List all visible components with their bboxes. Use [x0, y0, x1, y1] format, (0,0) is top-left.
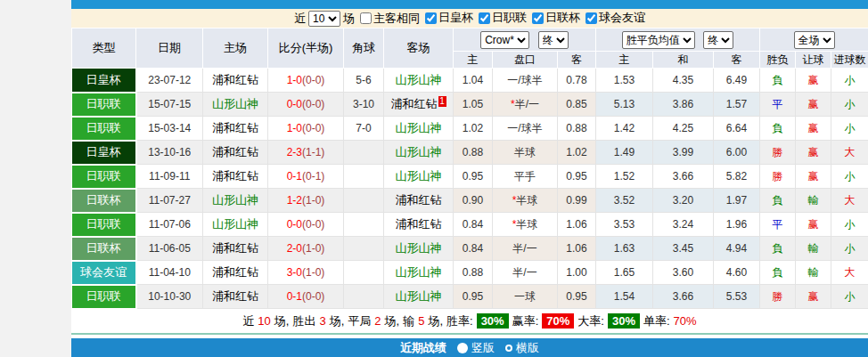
league-type-cell: 日职联 — [72, 117, 136, 141]
mean-draw-odds-cell: 3.86 — [653, 93, 714, 117]
summary-lose-label: 输 — [403, 313, 414, 329]
ah-home-odds-cell: 1.05 — [454, 93, 493, 117]
col-header-corner: 角球 — [344, 28, 384, 69]
mean-stage-select[interactable]: 终 — [703, 31, 733, 49]
league-filter-option[interactable]: 日联杯 — [527, 10, 580, 26]
ah-home-odds-cell: 0.88 — [454, 261, 493, 285]
league-type-badge: 日职联 — [72, 93, 135, 116]
sub-col-header: 主 — [596, 52, 653, 69]
scope-group: 全场 — [760, 28, 868, 52]
goals-result-cell: 大 — [831, 189, 868, 213]
home-team-cell: 山形山神 — [203, 213, 268, 237]
mean-draw-odds-cell: 3.66 — [653, 165, 714, 189]
league-filter-option[interactable]: 日职联 — [473, 10, 527, 26]
big-rate-label: 大率: — [577, 313, 604, 329]
league-filters: 日皇杯日职联日联杯球会友谊 — [420, 10, 645, 27]
half-time-score: (0-1) — [302, 170, 324, 183]
league-checkbox-2[interactable] — [532, 12, 544, 24]
score-cell: 3-0(1-0) — [268, 261, 344, 285]
horizontal-layout-radio[interactable] — [505, 345, 512, 352]
away-team-cell: 浦和红钻 — [384, 189, 454, 213]
ah-line-text: 半球 — [516, 218, 537, 231]
ah-line-cell: 平手 — [493, 165, 558, 189]
home-team-name: 浦和红钻 — [212, 145, 258, 158]
corner-cell — [344, 165, 384, 189]
ah-line-cell: 一/球半 — [493, 69, 558, 93]
league-type-cell: 日职联 — [72, 213, 136, 237]
league-checkbox-1[interactable] — [479, 12, 490, 24]
mean-home-odds-cell: 3.52 — [596, 189, 653, 213]
ah-away-odds-cell: 0.95 — [558, 285, 596, 309]
vertical-layout-radio[interactable] — [457, 343, 468, 353]
home-team-name: 山形山神 — [212, 97, 258, 110]
odds-company-select[interactable]: Crow* — [480, 31, 529, 49]
same-venue-option[interactable]: 主客相同 — [355, 11, 420, 27]
full-time-score: 1-2 — [287, 194, 302, 207]
divider-line — [71, 333, 868, 335]
league-filter-option[interactable]: 日皇杯 — [420, 10, 473, 26]
date-cell: 11-07-27 — [136, 189, 203, 213]
league-type-badge: 日职联 — [72, 118, 135, 140]
scope-select[interactable]: 全场 — [794, 31, 835, 49]
match-row: 日职联15-07-15山形山神0-0(0-0)3-10浦和红钻11.05*半/一… — [72, 93, 868, 117]
mean-draw-odds-cell: 4.35 — [653, 69, 714, 93]
match-row: 日皇杯23-07-12浦和红钻1-0(0-0)5-6山形山神1.04一/球半0.… — [72, 69, 868, 93]
summary-bar: 近 10 场, 胜出 3 场, 平局 2 场, 输 5 场, 胜率: 30% 赢… — [71, 310, 868, 333]
corner-cell: 5-6 — [344, 69, 384, 93]
games-label: 场 — [343, 11, 355, 27]
home-team-name: 山形山神 — [212, 217, 258, 231]
ah-line-text: 半球 — [516, 194, 537, 207]
corner-cell — [344, 189, 384, 213]
league-type-badge: 日皇杯 — [72, 142, 135, 164]
recent-count-select[interactable]: 10 — [308, 11, 340, 27]
away-team-name: 浦和红钻 — [391, 97, 438, 110]
corner-cell — [344, 285, 384, 309]
league-checkbox-3[interactable] — [585, 12, 597, 24]
vertical-layout-label[interactable]: 竖版 — [471, 340, 495, 356]
score-cell: 2-0(1-0) — [268, 237, 344, 261]
match-row: 日职联15-03-14浦和红钻1-0(0-0)7-0山形山神1.02一/球半0.… — [72, 117, 868, 141]
home-team-name: 浦和红钻 — [212, 289, 258, 303]
away-team-name: 山形山神 — [396, 169, 442, 183]
horizontal-layout-label[interactable]: 横版 — [516, 340, 539, 356]
away-team-cell: 山形山神 — [384, 117, 454, 141]
date-cell: 11-07-06 — [136, 213, 203, 237]
ah-line-cell: *半/一 — [493, 93, 558, 117]
summary-text: 场, — [330, 313, 345, 329]
home-team-cell: 浦和红钻 — [203, 69, 268, 93]
home-team-cell: 浦和红钻 — [203, 285, 268, 309]
odds-stage-select[interactable]: 终 — [538, 31, 569, 49]
match-row: 日职联10-10-30浦和红钻0-1(0-0)山形山神0.95一球0.951.5… — [72, 285, 868, 309]
handicap-result-cell: 赢 — [796, 165, 831, 189]
goals-result-cell: 大 — [831, 261, 868, 285]
score-cell: 1-0(0-0) — [268, 69, 344, 93]
match-row: 日职联11-07-06山形山神0-0(0-0)浦和红钻0.84*半球1.063.… — [72, 213, 868, 237]
home-team-cell: 山形山神 — [203, 189, 268, 213]
league-type-badge: 日职联 — [72, 286, 135, 308]
half-time-score: (1-0) — [302, 266, 324, 279]
league-filter-option[interactable]: 球会友谊 — [580, 10, 645, 26]
league-type-badge: 日职联 — [72, 166, 135, 188]
sub-col-header: 客 — [714, 52, 760, 69]
handicap-result-cell: 赢 — [796, 141, 831, 165]
ah-line-cell: 半球 — [493, 141, 558, 165]
date-cell: 13-10-16 — [136, 141, 203, 165]
mean-home-odds-cell: 1.49 — [596, 141, 653, 165]
same-venue-checkbox[interactable] — [360, 12, 372, 24]
mean-home-odds-cell: 1.42 — [596, 117, 653, 141]
recent-label: 近 — [294, 11, 306, 27]
full-time-score: 0-0 — [287, 218, 302, 231]
outcome-cell: 勝 — [760, 141, 796, 165]
sub-col-header: 主 — [454, 52, 493, 69]
league-type-badge: 日联杯 — [72, 190, 135, 212]
mean-odds-select[interactable]: 胜平负均值 — [622, 31, 695, 49]
league-checkbox-0[interactable] — [425, 12, 437, 24]
league-checkbox-label: 球会友谊 — [599, 10, 645, 26]
corner-cell — [344, 141, 384, 165]
odds-win-rate-badge: 70% — [542, 313, 574, 329]
full-time-score: 3-0 — [287, 266, 302, 279]
ah-away-odds-cell: 1.06 — [558, 213, 596, 237]
outcome-cell: 負 — [760, 69, 796, 93]
handicap-result-cell: 赢 — [796, 213, 831, 237]
col-header-score: 比分(半场) — [268, 28, 344, 69]
